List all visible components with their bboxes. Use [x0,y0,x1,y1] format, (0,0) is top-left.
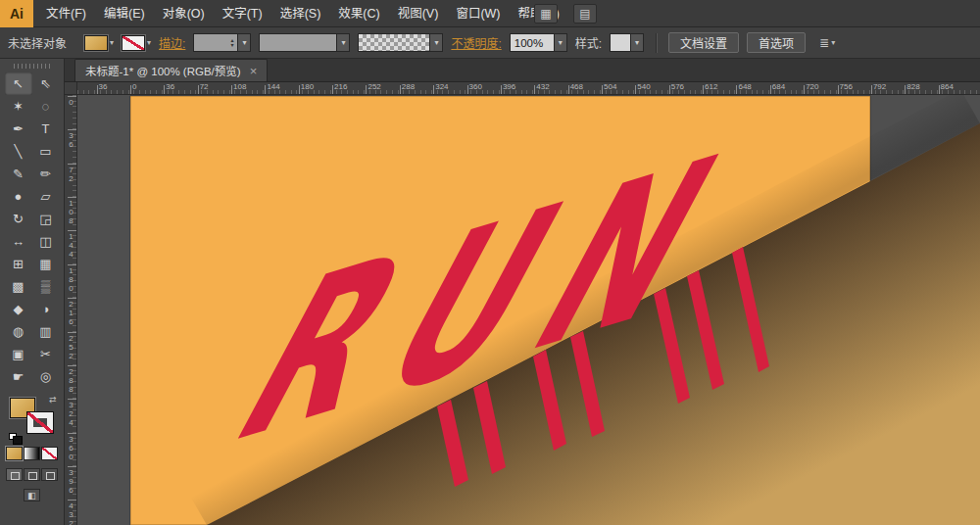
control-panel-menu-icon[interactable]: ≣ [819,36,835,50]
document-setup-button[interactable]: 文档设置 [668,32,739,53]
brush-definition-field[interactable] [358,33,430,52]
menu-item-object[interactable]: 对象(O) [154,0,214,27]
lasso-tool[interactable]: ◌ [32,95,60,118]
menu-item-file[interactable]: 文件(F) [37,0,95,27]
stroke-weight-field[interactable] [193,33,238,52]
magic-wand-tool[interactable]: ✶ [5,95,32,118]
menu-item-window[interactable]: 窗口(W) [447,0,509,27]
ruler-label: 324 [66,401,76,427]
stroke-panel-link[interactable]: 描边: [159,34,185,51]
document-tab[interactable]: 未标题-1* @ 100% (RGB/预览) × [74,59,268,81]
canvas-viewport[interactable]: RUN [77,95,980,525]
gradient-button[interactable] [24,447,40,460]
opacity-dropdown-icon[interactable] [555,33,567,52]
go-to-bridge-icon[interactable]: ▦ [534,4,558,24]
ruler-label: 396 [66,468,76,495]
menu-item-type[interactable]: 文字(T) [214,0,271,27]
arrange-documents-icon[interactable]: ▤ [573,4,597,24]
ruler-label: 360 [66,435,76,461]
brush-definition-dropdown-icon[interactable] [430,33,443,52]
selection-tool[interactable]: ↖ [5,72,32,95]
ruler-tick [68,399,76,400]
menu-bar: Ai 文件(F)编辑(E)对象(O)文字(T)选择(S)效果(C)视图(V)窗口… [0,0,980,27]
pencil-tool[interactable]: ✏ [32,163,60,185]
stroke-dropdown-caret-icon[interactable] [147,38,151,47]
direct-selection-tool-icon: ⇖ [40,77,51,90]
preferences-button[interactable]: 首选项 [747,32,806,53]
eraser-tool[interactable]: ▱ [32,185,60,208]
direct-selection-tool[interactable]: ⇖ [32,72,60,95]
width-profile-dropdown-icon[interactable] [337,33,350,52]
menu-item-select[interactable]: 选择(S) [271,0,330,27]
fill-color-swatch[interactable] [84,35,108,51]
zoom-tool[interactable]: ◎ [32,365,60,388]
shape-builder-tool[interactable]: ⊞ [5,253,32,275]
vertical-ruler[interactable]: 03672108144180216252288324360396432 [65,95,77,525]
opacity-field[interactable]: 100% [510,33,555,52]
panel-grip[interactable] [14,64,51,69]
graphic-style-select[interactable] [610,33,644,52]
stroke-color-control[interactable] [122,35,151,51]
free-transform-tool[interactable]: ◫ [32,230,60,253]
mesh-tool[interactable]: ▩ [5,275,32,298]
line-segment-tool[interactable]: ╲ [5,140,32,163]
color-button[interactable] [6,447,23,460]
ruler-label: 612 [705,82,717,91]
variable-width-profile-select[interactable] [259,33,350,52]
menu-item-effect[interactable]: 效果(C) [329,0,388,27]
horizontal-ruler[interactable]: 3603672108144180216252288324360396432468… [77,82,980,95]
eyedropper-tool[interactable]: ◆ [5,298,32,320]
draw-normal-button[interactable] [6,468,23,481]
blob-brush-tool[interactable]: ● [5,185,32,208]
lasso-tool-icon: ◌ [42,100,50,113]
ruler-origin-corner[interactable] [65,82,77,95]
ruler-row: 3603672108144180216252288324360396432468… [65,82,980,95]
stroke-weight-spinner-icon[interactable] [230,38,233,48]
screen-mode-button[interactable] [24,489,40,501]
width-profile-field[interactable] [259,33,337,52]
width-tool[interactable]: ↔ [5,230,32,253]
workspace: 未标题-1* @ 100% (RGB/预览) × 360367210814418… [65,59,980,525]
graphic-style-dropdown-icon[interactable] [631,33,644,52]
ruler-tick [400,85,401,94]
stroke-weight-dropdown-icon[interactable] [238,33,251,52]
ruler-label: 72 [200,82,209,91]
swap-fill-stroke-icon[interactable] [49,395,57,405]
rectangle-tool[interactable]: ▭ [32,140,60,163]
type-tool[interactable]: T [32,118,60,140]
graphic-style-field[interactable] [610,33,631,52]
pen-tool[interactable]: ✒ [5,118,32,140]
stroke-weight-control[interactable] [193,33,251,52]
fill-color-control[interactable] [84,35,114,51]
artboard-canvas[interactable]: RUN [77,95,980,525]
none-button[interactable] [41,447,58,460]
gradient-tool[interactable]: ▒ [32,275,60,298]
menu-item-edit[interactable]: 编辑(E) [95,0,154,27]
ruler-label: 684 [772,82,785,91]
slice-tool[interactable]: ✂ [32,343,60,365]
draw-inside-button[interactable] [41,468,58,481]
perspective-grid-tool[interactable]: ▦ [32,253,60,275]
column-graph-tool[interactable]: ▥ [32,320,60,343]
tab-close-icon[interactable]: × [250,65,258,77]
blend-tool[interactable]: ◑ [32,298,60,320]
menu-item-view[interactable]: 视图(V) [389,0,448,27]
artboard-tool[interactable]: ▣ [5,343,32,365]
paintbrush-tool[interactable]: ✎ [5,163,32,185]
scale-tool[interactable]: ◲ [32,208,60,230]
rotate-tool[interactable]: ↻ [5,208,32,230]
stroke-swatch[interactable] [27,412,53,433]
brush-definition-select[interactable] [358,33,443,52]
fill-dropdown-caret-icon[interactable] [110,38,114,47]
symbol-sprayer-tool[interactable]: ◍ [5,320,32,343]
hand-tool[interactable]: ☛ [5,365,32,388]
default-fill-stroke-icon[interactable] [9,433,17,440]
ruler-tick [130,85,131,94]
tools-panel: ↖⇖✶◌✒T╲▭✎✏●▱↻◲↔◫⊞▦▩▒◆◑◍▥▣✂☛◎ [0,59,65,525]
ruler-label: 216 [66,300,76,326]
opacity-control[interactable]: 100% [510,33,567,52]
ruler-tick [939,85,940,94]
draw-behind-button[interactable] [24,468,40,481]
opacity-panel-link[interactable]: 不透明度: [451,34,501,51]
stroke-color-swatch[interactable] [122,35,145,51]
